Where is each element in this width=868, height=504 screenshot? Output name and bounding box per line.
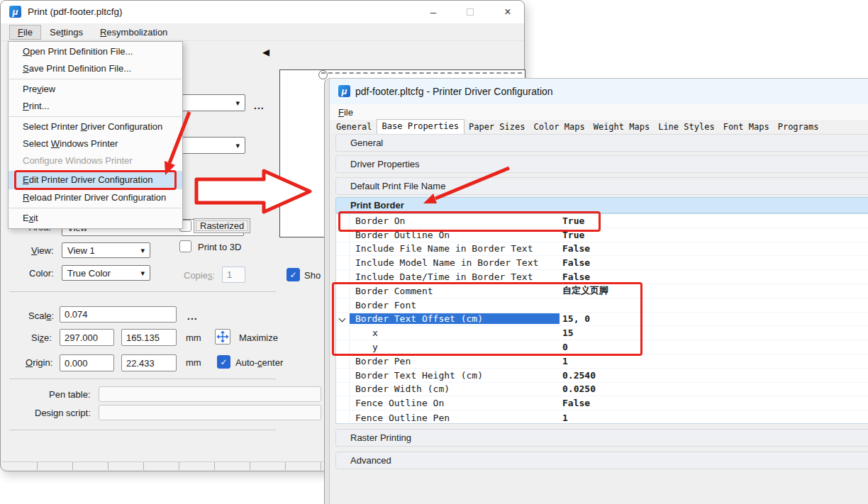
property-name: Include File Name in Border Text xyxy=(350,243,560,254)
config-window-title: pdf-footer.pltcfg - Printer Driver Confi… xyxy=(355,86,553,97)
property-row-fence-outline-pen[interactable]: Fence Outline Pen1 xyxy=(336,410,868,425)
row-gutter xyxy=(336,369,350,382)
pen-table-label: Pen table: xyxy=(49,389,91,400)
screen: μ Print (pdf-footer.pltcfg) – × File Set… xyxy=(0,0,868,504)
config-window-titlebar[interactable]: μ pdf-footer.pltcfg - Printer Driver Con… xyxy=(330,79,868,104)
menu-separator xyxy=(9,208,182,208)
size-unit-label: mm xyxy=(186,332,201,343)
microstation-logo-icon: μ xyxy=(338,85,350,97)
menu-item-exit[interactable]: Exit xyxy=(9,210,182,227)
annotation-box-border-comment-offset xyxy=(332,282,642,356)
origin-label: Origin: xyxy=(26,357,52,368)
menu-item-reload-printer-driver-configuration[interactable]: Reload Printer Driver Configuration xyxy=(9,189,182,206)
size-label: Size: xyxy=(31,332,52,343)
property-value: True xyxy=(560,215,868,226)
menu-item-select-printer-driver-configuration[interactable]: Select Printer Driver Configuration xyxy=(9,118,182,135)
maximize-button[interactable] xyxy=(460,5,481,19)
tab-base-properties[interactable]: Base Properties xyxy=(377,119,464,134)
divider xyxy=(9,291,276,292)
config-tab-strip: General Base Properties Paper Sizes Colo… xyxy=(330,120,868,134)
size-width-input[interactable]: 297.000 xyxy=(60,329,114,346)
tab-font-maps[interactable]: Font Maps xyxy=(719,121,774,134)
menu-item-print[interactable]: Print... xyxy=(9,98,182,115)
origin-y-input[interactable]: 22.433 xyxy=(121,354,177,371)
auto-center-checkbox[interactable]: ✓ xyxy=(217,355,230,369)
property-name: Include Model Name in Border Text xyxy=(350,257,560,268)
copies-label: Copies: xyxy=(184,270,215,281)
view-combo[interactable]: View 1▾ xyxy=(62,242,150,258)
show-label: Sho xyxy=(304,270,321,281)
property-value: False xyxy=(560,398,868,408)
collapse-panel-arrow-icon[interactable]: ◀ xyxy=(262,47,269,57)
property-row-border-width[interactable]: Border Width (cm)0.0250 xyxy=(336,383,868,397)
property-value: 1 xyxy=(560,413,868,423)
property-name: Border Pen xyxy=(350,356,560,366)
minimize-button[interactable]: – xyxy=(423,5,444,19)
tab-general[interactable]: General xyxy=(332,121,377,134)
menu-item-open-print-definition[interactable]: Open Print Definition File... xyxy=(9,43,182,60)
pen-table-field[interactable] xyxy=(99,386,321,402)
section-raster-printing[interactable]: Raster Printing xyxy=(335,429,868,447)
section-general[interactable]: General xyxy=(335,134,868,152)
four-way-arrow-icon xyxy=(216,330,229,343)
property-value: False xyxy=(560,271,868,282)
scale-input[interactable]: 0.074 xyxy=(60,306,177,323)
printer-browse-button[interactable]: ... xyxy=(254,100,265,111)
scale-browse-button[interactable]: ... xyxy=(187,310,198,322)
size-height-input[interactable]: 165.135 xyxy=(121,329,177,346)
design-script-field[interactable] xyxy=(99,405,321,420)
row-gutter xyxy=(336,383,350,396)
menu-item-preview[interactable]: Preview xyxy=(9,81,182,98)
property-value: 0.0250 xyxy=(560,383,868,394)
annotation-box-border-on xyxy=(338,211,601,232)
tab-weight-maps[interactable]: Weight Maps xyxy=(589,121,654,134)
file-menu-popup: Open Print Definition File... Save Print… xyxy=(8,41,183,229)
maximize-print-button[interactable] xyxy=(215,329,230,345)
tab-color-maps[interactable]: Color Maps xyxy=(529,121,589,134)
preview-border-dashes xyxy=(321,72,522,74)
show-checkbox[interactable]: ✓ xyxy=(286,268,300,281)
menu-item-select-windows-printer[interactable]: Select Windows Printer xyxy=(9,135,182,152)
section-label: Driver Properties xyxy=(350,159,420,169)
annotation-box-edit-printer-driver xyxy=(14,170,177,190)
property-name: Border Width (cm) xyxy=(350,383,560,394)
section-driver-properties[interactable]: Driver Properties xyxy=(335,155,868,173)
print-window-titlebar[interactable]: μ Print (pdf-footer.pltcfg) – × xyxy=(1,1,524,23)
tab-programs[interactable]: Programs xyxy=(774,121,823,134)
section-default-print-file-name[interactable]: Default Print File Name xyxy=(335,177,868,195)
menu-file[interactable]: File xyxy=(330,106,362,119)
auto-center-label: Auto-center xyxy=(235,357,283,368)
print-window-menubar: File Settings Resymbolization xyxy=(1,23,524,41)
origin-x-input[interactable]: 0.000 xyxy=(60,354,114,371)
print-to-3d-checkbox[interactable] xyxy=(179,240,191,252)
copies-input[interactable]: 1 xyxy=(222,267,245,283)
menu-settings[interactable]: Settings xyxy=(41,25,91,40)
property-value: False xyxy=(560,243,868,254)
tab-line-styles[interactable]: Line Styles xyxy=(654,121,718,134)
property-row-fence-outline-on[interactable]: Fence Outline OnFalse xyxy=(336,396,868,410)
section-advanced[interactable]: Advanced xyxy=(335,452,868,469)
property-value: 0.2540 xyxy=(560,370,868,381)
row-gutter xyxy=(336,396,350,410)
menu-separator xyxy=(9,116,182,117)
property-row-include-file-name[interactable]: Include File Name in Border TextFalse xyxy=(336,242,868,257)
row-gutter xyxy=(336,354,350,368)
property-value: False xyxy=(560,257,868,268)
menu-item-save-print-definition[interactable]: Save Print Definition File... xyxy=(9,60,182,77)
property-name: Border Text Height (cm) xyxy=(350,370,560,381)
property-row-include-model-name[interactable]: Include Model Name in Border TextFalse xyxy=(336,256,868,270)
property-row-border-text-height[interactable]: Border Text Height (cm)0.2540 xyxy=(336,369,868,383)
color-label: Color: xyxy=(29,268,54,279)
close-button[interactable]: × xyxy=(497,5,518,19)
menu-resymbolization[interactable]: Resymbolization xyxy=(91,25,176,40)
chevron-down-icon: ▾ xyxy=(235,99,240,108)
tab-paper-sizes[interactable]: Paper Sizes xyxy=(464,121,529,134)
microstation-logo-icon: μ xyxy=(9,6,21,18)
color-combo[interactable]: True Color▾ xyxy=(62,265,150,281)
maximize-icon xyxy=(467,9,474,16)
property-row-border-pen[interactable]: Border Pen1 xyxy=(336,354,868,369)
menu-file[interactable]: File xyxy=(9,25,41,40)
section-label: General xyxy=(350,138,383,148)
divider xyxy=(9,379,276,379)
row-gutter xyxy=(336,242,350,256)
